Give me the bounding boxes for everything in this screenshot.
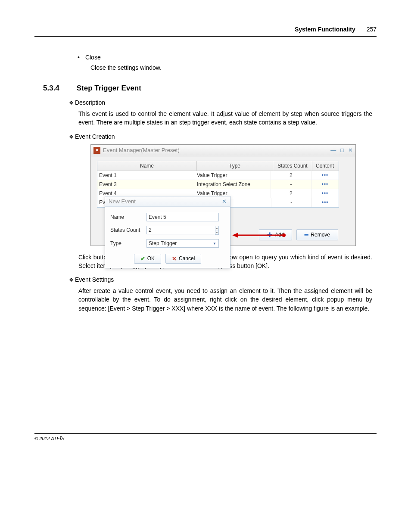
col-type[interactable]: Type (197, 161, 273, 171)
col-states[interactable]: States Count (273, 161, 312, 171)
type-combobox[interactable]: ▼ (146, 239, 219, 248)
description-heading: ❖Description (69, 99, 377, 106)
maximize-icon[interactable]: □ (340, 147, 344, 153)
table-row[interactable]: Event 1 Value Trigger 2 ••• (97, 171, 339, 180)
states-label: States Count (110, 227, 146, 233)
section-heading: 5.3.4 Step Trigger Event (43, 84, 377, 93)
cell-content[interactable]: ••• (311, 171, 339, 180)
cell-states: 2 (271, 171, 311, 180)
minus-icon: ━ (305, 231, 308, 238)
table-row[interactable]: Event 3 Integration Select Zone - ••• (97, 180, 339, 189)
ok-button[interactable]: ✔ OK (134, 254, 161, 264)
event-settings-heading: ❖Event Settings (69, 276, 377, 283)
cancel-button[interactable]: ✕ Cancel (165, 254, 201, 264)
type-input[interactable] (146, 239, 219, 248)
cell-content[interactable]: ••• (312, 198, 339, 207)
page-header: System Functionality 257 (34, 26, 377, 37)
bullet-icon: • (78, 54, 84, 61)
col-name[interactable]: Name (97, 161, 197, 171)
header-section-title: System Functionality (295, 26, 355, 33)
app-icon: ✕ (93, 147, 100, 154)
diamond-icon: ❖ (69, 100, 74, 106)
col-content[interactable]: Content (312, 161, 337, 171)
cell-states: - (271, 198, 311, 207)
window-titlebar[interactable]: ✕ Event Manager(Master Preset) — □ ✕ (91, 145, 355, 156)
states-input[interactable] (146, 226, 215, 234)
spin-down-icon[interactable]: ▼ (215, 230, 218, 234)
window-title: Event Manager(Master Preset) (103, 147, 330, 153)
add-label: Add (275, 232, 284, 238)
ok-label: OK (147, 255, 155, 261)
event-creation-heading: ❖Event Creation (69, 133, 377, 140)
event-manager-window: ✕ Event Manager(Master Preset) — □ ✕ Nam… (90, 144, 356, 246)
plus-icon: ✚ (267, 231, 272, 238)
cell-states: 2 (271, 189, 311, 198)
cell-states: - (271, 180, 311, 189)
grid-header: Name Type States Count Content (97, 161, 339, 171)
type-label: Type (110, 240, 146, 246)
event-creation-label: Event Creation (75, 133, 115, 140)
diamond-icon: ❖ (69, 277, 74, 283)
page-footer: © 2012 ATEÏS (34, 433, 377, 441)
section-title: Step Trigger Event (77, 84, 141, 92)
remove-label: Remove (311, 232, 330, 238)
cell-type: Integration Select Zone (195, 180, 271, 189)
close-label: Close (85, 54, 101, 61)
dialog-title: New Event (109, 198, 136, 205)
cancel-label: Cancel (179, 255, 195, 261)
spin-up-icon[interactable]: ▲ (215, 226, 218, 230)
remove-button[interactable]: ━ Remove (296, 229, 338, 240)
header-page-number: 257 (367, 26, 377, 33)
cell-name: Event 1 (97, 171, 195, 180)
description-paragraph: This event is used to control the elemen… (78, 109, 372, 127)
diamond-icon: ❖ (69, 134, 74, 140)
cell-content[interactable]: ••• (311, 189, 339, 198)
name-input[interactable] (146, 213, 219, 221)
cell-name: Event 3 (97, 180, 195, 189)
x-icon: ✕ (172, 255, 177, 262)
event-settings-label: Event Settings (75, 276, 114, 283)
add-button[interactable]: ✚ Add (259, 229, 292, 240)
description-label: Description (75, 99, 105, 106)
new-event-dialog: New Event ✕ Name States Count (105, 196, 230, 268)
copyright: © 2012 ATEÏS (34, 436, 64, 441)
event-settings-paragraph: After create a value control event, you … (78, 286, 372, 313)
close-description: Close the settings window. (90, 64, 377, 71)
close-bullet: • Close (78, 54, 377, 61)
check-icon: ✔ (140, 255, 145, 262)
close-icon[interactable]: ✕ (348, 147, 353, 153)
section-number: 5.3.4 (43, 84, 59, 93)
dialog-close-icon[interactable]: ✕ (222, 198, 227, 205)
minimize-icon[interactable]: — (330, 147, 336, 153)
name-label: Name (110, 214, 146, 220)
cell-type: Value Trigger (195, 171, 271, 180)
states-count-stepper[interactable]: ▲ ▼ (146, 226, 219, 235)
chevron-down-icon[interactable]: ▼ (213, 242, 216, 246)
cell-content[interactable]: ••• (311, 180, 339, 189)
